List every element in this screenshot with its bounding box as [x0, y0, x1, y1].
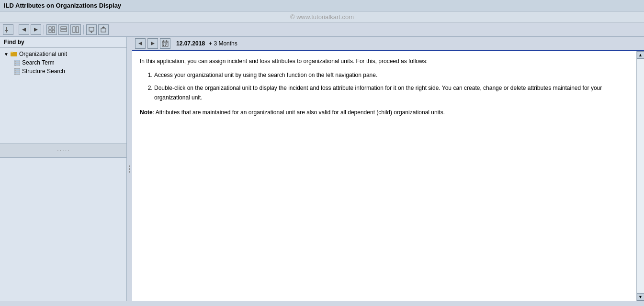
- find-by-label: Find by: [0, 37, 126, 48]
- note-paragraph: Note: Attributes that are maintained for…: [140, 108, 629, 117]
- scroll-down-arrow[interactable]: ▼: [637, 293, 644, 301]
- splitter-dot-2: [129, 168, 130, 170]
- tree-area: ▼ Organizational unit: [0, 48, 126, 143]
- svg-rect-26: [16, 64, 20, 65]
- svg-rect-4: [49, 30, 51, 33]
- svg-rect-32: [16, 69, 20, 70]
- svg-rect-22: [16, 60, 20, 61]
- svg-rect-10: [89, 27, 94, 31]
- svg-rect-45: [166, 44, 167, 44]
- svg-rect-31: [14, 69, 15, 70]
- button-7[interactable]: [98, 24, 109, 35]
- content-with-scroll: In this application, you can assign inci…: [132, 51, 644, 301]
- tree-toggle[interactable]: ▼: [4, 52, 10, 57]
- svg-marker-37: [138, 42, 142, 45]
- svg-rect-35: [14, 73, 15, 74]
- svg-rect-23: [14, 62, 15, 63]
- svg-rect-25: [14, 64, 15, 65]
- svg-marker-13: [102, 26, 105, 28]
- svg-rect-43: [163, 44, 164, 44]
- splitter-dots-label: · · · · ·: [57, 148, 69, 153]
- button-6[interactable]: [86, 24, 97, 35]
- svg-marker-38: [151, 42, 155, 45]
- search-term-icon: [13, 59, 20, 66]
- svg-rect-33: [14, 71, 15, 72]
- svg-rect-47: [165, 45, 166, 46]
- panel-splitter[interactable]: [127, 37, 132, 301]
- intro-text: In this application, you can assign inci…: [140, 58, 428, 65]
- main-toolbar: [0, 23, 644, 37]
- step-1-text: Access your organizational unit by using…: [154, 72, 377, 78]
- tools-icon[interactable]: [3, 24, 13, 35]
- svg-rect-44: [165, 44, 166, 44]
- step-2: Double-click on the organizational unit …: [154, 84, 629, 102]
- svg-rect-2: [49, 27, 51, 29]
- forward-button[interactable]: [31, 24, 41, 35]
- intro-paragraph: In this application, you can assign inci…: [140, 57, 629, 66]
- back-button[interactable]: [19, 24, 29, 35]
- tree-root-item[interactable]: ▼ Organizational unit: [2, 50, 124, 58]
- svg-rect-5: [52, 30, 55, 33]
- svg-rect-21: [14, 60, 15, 61]
- tree-item-structure-search[interactable]: Structure Search: [2, 67, 124, 76]
- tree-item-search-term-label: Search Term: [22, 59, 55, 66]
- svg-marker-11: [90, 32, 93, 33]
- title-bar: ILD Attributes on Organizations Display: [0, 0, 644, 11]
- button-4[interactable]: [58, 24, 69, 35]
- svg-rect-36: [16, 73, 20, 74]
- button-3[interactable]: [46, 24, 57, 35]
- calendar-button[interactable]: [160, 38, 170, 49]
- right-panel: 12.07.2018 + 3 Months In this applicatio…: [132, 37, 644, 301]
- date-range: + 3 Months: [209, 40, 237, 47]
- svg-rect-34: [16, 71, 20, 72]
- step-1: Access your organizational unit by using…: [154, 71, 629, 80]
- svg-rect-16: [11, 52, 13, 53]
- watermark-text: © www.tutorialkart.com: [290, 13, 354, 21]
- svg-rect-8: [73, 27, 75, 33]
- svg-marker-0: [22, 28, 26, 32]
- svg-rect-24: [16, 62, 20, 63]
- left-panel-splitter[interactable]: · · · · ·: [0, 143, 126, 157]
- toolbar-separator-3: [83, 25, 84, 34]
- right-back-button[interactable]: [135, 38, 146, 49]
- tree-item-structure-search-label: Structure Search: [22, 68, 65, 75]
- step-2-text: Double-click on the organizational unit …: [154, 85, 602, 100]
- structure-search-icon: [13, 68, 20, 75]
- svg-marker-1: [34, 28, 38, 32]
- svg-rect-9: [76, 27, 79, 33]
- scroll-track[interactable]: [637, 59, 644, 293]
- scroll-up-arrow[interactable]: ▲: [637, 51, 644, 59]
- svg-rect-46: [163, 45, 164, 46]
- app-title: ILD Attributes on Organizations Display: [4, 2, 121, 9]
- note-text: : Attributes that are maintained for an …: [153, 109, 445, 116]
- right-scrollbar: ▲ ▼: [636, 51, 644, 301]
- splitter-dot-1: [129, 165, 130, 167]
- svg-rect-7: [61, 30, 67, 32]
- right-toolbar: 12.07.2018 + 3 Months: [132, 37, 644, 51]
- folder-icon: [11, 51, 17, 57]
- svg-rect-6: [61, 27, 67, 29]
- button-5[interactable]: [70, 24, 81, 35]
- bottom-left-panel: [0, 157, 126, 301]
- steps-list: Access your organizational unit by using…: [154, 71, 629, 102]
- note-label: Note: [140, 109, 153, 116]
- svg-rect-3: [52, 27, 55, 29]
- splitter-dot-3: [129, 171, 130, 173]
- svg-rect-12: [101, 28, 106, 32]
- main-layout: Find by ▼ Organizational unit: [0, 37, 644, 301]
- date-display: 12.07.2018: [176, 40, 205, 47]
- left-panel: Find by ▼ Organizational unit: [0, 37, 127, 301]
- toolbar-separator-1: [16, 25, 16, 34]
- content-area: In this application, you can assign inci…: [132, 51, 636, 301]
- watermark-bar: © www.tutorialkart.com: [0, 11, 644, 23]
- right-forward-button[interactable]: [147, 38, 158, 49]
- tree-item-search-term[interactable]: Search Term: [2, 58, 124, 67]
- toolbar-separator-2: [44, 25, 44, 34]
- tree-root-label: Organizational unit: [19, 51, 67, 57]
